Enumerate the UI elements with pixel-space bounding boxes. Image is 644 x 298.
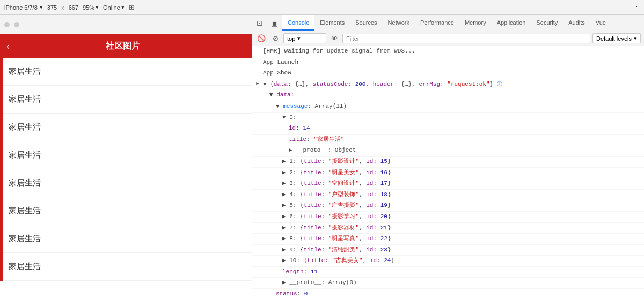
console-line: ▶ 5: {title: "广告摄影", id: 19} — [252, 200, 644, 212]
list-item[interactable]: 家居生活 — [0, 197, 252, 225]
menu-item-label: 家居生活 — [0, 206, 41, 216]
more-button[interactable]: ⋮ — [634, 4, 640, 11]
console-line: ▶ 10: {title: "古典美女", id: 24} — [252, 256, 644, 267]
menu-item-label: 家居生活 — [0, 122, 41, 132]
menu-item-label: 家居生活 — [0, 94, 41, 105]
menu-item-label: 家居生活 — [0, 262, 41, 272]
context-label: top — [287, 35, 295, 42]
menu-item-label: 家居生活 — [0, 66, 41, 77]
console-line: App Launch — [252, 57, 644, 69]
phone-preview: ‹ 社区图片 家居生活家居生活家居生活家居生活家居生活家居生活家居生活家居生活 — [0, 15, 252, 298]
tab-console[interactable]: Console — [282, 15, 314, 31]
list-item[interactable]: 家居生活 — [0, 141, 252, 169]
console-line: ▶ 2: {title: "明星美女", id: 16} — [252, 168, 644, 179]
console-line[interactable]: ▶▼ {data: {…}, statusCode: 200, header: … — [252, 79, 644, 91]
console-line: ▶ 8: {title: "明星写真", id: 22} — [252, 234, 644, 245]
tab-performance[interactable]: Performance — [415, 15, 459, 31]
tab-security[interactable]: Security — [531, 15, 563, 31]
list-item[interactable]: 家居生活 — [0, 114, 252, 141]
red-bar-indicator — [0, 58, 3, 86]
app-title: 社区图片 — [15, 41, 230, 52]
console-toolbar: 🚫 ⊘ top ▾ 👁 Default levels ▾ — [252, 31, 644, 46]
console-line: ▶ 9: {title: "清纯甜类", id: 23} — [252, 245, 644, 256]
menu-item-label: 家居生活 — [0, 150, 41, 160]
red-bar-indicator — [0, 141, 3, 169]
chevron-down-icon: ▾ — [634, 35, 637, 42]
zoom-selector[interactable]: 95% ▾ — [83, 4, 99, 11]
menu-list: 家居生活家居生活家居生活家居生活家居生活家居生活家居生活家居生活 — [0, 58, 252, 298]
filter-toggle-button[interactable]: ⊘ — [269, 33, 281, 44]
red-bar-indicator — [0, 114, 3, 141]
console-line: [HMR] Waiting for update signal from WDS… — [252, 46, 644, 57]
devtools-tabs: ⊡ ▣ Console Elements Sources Network Per… — [252, 15, 644, 31]
device-toggle-icon[interactable]: ▣ — [267, 15, 282, 31]
nav-back[interactable] — [4, 22, 10, 27]
tab-sources[interactable]: Sources — [350, 15, 382, 31]
tab-memory[interactable]: Memory — [459, 15, 492, 31]
phone-nav-bar — [0, 15, 252, 34]
device-selector[interactable]: iPhone 6/7/8 ▾ — [4, 4, 43, 11]
red-bar-indicator — [0, 197, 3, 225]
console-line: ▼ data: — [252, 90, 644, 101]
console-line: App Show — [252, 68, 644, 79]
console-output: [HMR] Waiting for update signal from WDS… — [252, 46, 644, 298]
zoom-level: 95% — [83, 4, 94, 11]
console-line: ▼ message: Array(11) — [252, 101, 644, 113]
main-layout: ‹ 社区图片 家居生活家居生活家居生活家居生活家居生活家居生活家居生活家居生活 … — [0, 15, 644, 298]
tab-network[interactable]: Network — [383, 15, 415, 31]
inspect-icon[interactable]: ⊡ — [252, 15, 267, 31]
console-line: ▶ 1: {title: "摄影设计", id: 15} — [252, 157, 644, 168]
online-label: Online — [103, 4, 120, 11]
chevron-down-icon: ▾ — [40, 4, 43, 11]
console-line: ▶ 6: {title: "摄影学习", id: 20} — [252, 212, 644, 223]
menu-item-label: 家居生活 — [0, 178, 41, 188]
tab-vue[interactable]: Vue — [590, 15, 611, 31]
console-line: ▶ __proto__: Array(0) — [252, 278, 644, 289]
chevron-down-icon: ▾ — [121, 4, 125, 11]
device-height: 667 — [69, 4, 78, 11]
menu-item-label: 家居生活 — [0, 234, 41, 244]
device-width: 375 — [47, 4, 57, 11]
network-selector[interactable]: Online ▾ — [103, 4, 125, 11]
list-item[interactable]: 家居生活 — [0, 169, 252, 197]
clear-console-button[interactable]: 🚫 — [255, 33, 267, 44]
list-item[interactable]: 家居生活 — [0, 253, 252, 281]
console-line: ▼ 0: — [252, 113, 644, 124]
console-line: title: "家居生活" — [252, 135, 644, 146]
red-bar-indicator — [0, 253, 3, 281]
red-bar-indicator — [0, 225, 3, 253]
app-header: ‹ 社区图片 — [0, 34, 252, 58]
console-line: ▶ __proto__: Object — [252, 145, 644, 157]
chevron-down-icon: ▾ — [96, 4, 99, 11]
red-bar-indicator — [0, 86, 3, 114]
chevron-down-icon: ▾ — [297, 35, 301, 42]
filter-input[interactable] — [342, 34, 590, 43]
red-bar-indicator — [0, 169, 3, 197]
log-level-selector[interactable]: Default levels ▾ — [592, 33, 641, 43]
list-item[interactable]: 家居生活 — [0, 225, 252, 253]
log-level-label: Default levels — [596, 35, 632, 42]
device-toolbar: iPhone 6/7/8 ▾ 375 x 667 95% ▾ Online ▾ … — [0, 0, 644, 15]
eye-icon[interactable]: 👁 — [328, 33, 340, 44]
separator: x — [61, 4, 64, 11]
devtools-panel: ⊡ ▣ Console Elements Sources Network Per… — [252, 15, 644, 298]
tab-audits[interactable]: Audits — [563, 15, 590, 31]
device-name: iPhone 6/7/8 — [4, 4, 38, 11]
list-item[interactable]: 家居生活 — [0, 86, 252, 114]
console-line: id: 14 — [252, 123, 644, 135]
console-line: ▶ 7: {title: "摄影器材", id: 21} — [252, 223, 644, 234]
tab-elements[interactable]: Elements — [314, 15, 350, 31]
bookmark-icon[interactable]: ⊞ — [129, 3, 135, 11]
phone-content: ‹ 社区图片 家居生活家居生活家居生活家居生活家居生活家居生活家居生活家居生活 — [0, 34, 252, 298]
context-selector[interactable]: top ▾ — [283, 33, 326, 43]
console-line: ▶ 3: {title: "空间设计", id: 17} — [252, 178, 644, 190]
list-item[interactable]: 家居生活 — [0, 58, 252, 86]
console-line: length: 11 — [252, 267, 644, 278]
nav-forward[interactable] — [14, 22, 19, 27]
console-line: ▶ 4: {title: "户型装饰", id: 18} — [252, 190, 644, 201]
console-line: status: 0 — [252, 289, 644, 298]
back-button[interactable]: ‹ — [6, 41, 10, 52]
tab-application[interactable]: Application — [492, 15, 531, 31]
